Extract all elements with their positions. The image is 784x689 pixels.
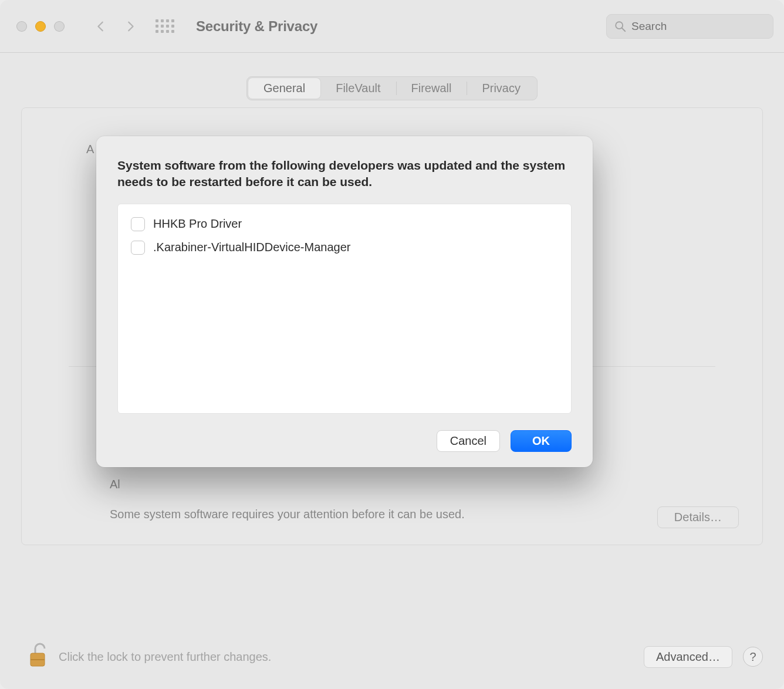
ok-button[interactable]: OK (511, 430, 572, 452)
developer-checkbox[interactable] (131, 217, 145, 231)
restart-required-dialog: System software from the following devel… (96, 136, 593, 467)
list-item: .Karabiner-VirtualHIDDevice-Manager (129, 236, 560, 259)
cancel-button[interactable]: Cancel (437, 430, 500, 452)
developer-label: .Karabiner-VirtualHIDDevice-Manager (153, 241, 350, 254)
developer-label: HHKB Pro Driver (153, 217, 242, 231)
dialog-message: System software from the following devel… (117, 157, 572, 191)
developer-checkbox[interactable] (131, 241, 145, 255)
dialog-developer-list: HHKB Pro Driver .Karabiner-VirtualHIDDev… (117, 204, 572, 414)
list-item: HHKB Pro Driver (129, 212, 560, 236)
